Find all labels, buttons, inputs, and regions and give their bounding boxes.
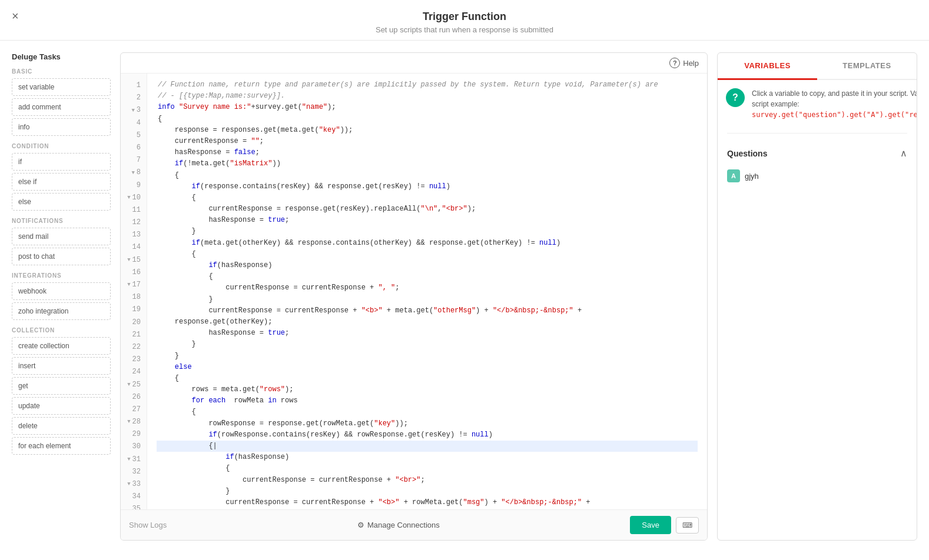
code-line-3: {: [157, 114, 698, 125]
code-line-23: }: [157, 351, 698, 362]
line-23: 23: [121, 354, 147, 366]
question-item[interactable]: A gjyh: [727, 166, 907, 186]
code-line-17: {: [157, 271, 698, 282]
code-line-26: rows = meta.get("rows");: [157, 384, 698, 395]
line-33: ▼33: [121, 478, 147, 491]
task-update[interactable]: update: [12, 397, 111, 415]
editor-topbar: ? Help: [121, 53, 707, 74]
code-line-31: {|: [157, 441, 698, 452]
line-34: 34: [121, 491, 147, 503]
task-info[interactable]: info: [12, 118, 111, 136]
code-line-7: if(!meta.get("isMatrix")): [157, 158, 698, 169]
questions-section: Questions ∧ A gjyh: [718, 138, 917, 195]
line-17: ▼17: [121, 279, 147, 291]
line-25: ▼25: [121, 379, 147, 391]
line-4: 4: [121, 117, 147, 129]
code-line-5: currentResponse = "";: [157, 136, 698, 147]
code-line-21: hasResponse = true;: [157, 328, 698, 339]
code-line-25: {: [157, 373, 698, 384]
line-35: 35: [121, 503, 147, 509]
task-else-if[interactable]: else if: [12, 173, 111, 191]
line-26: 26: [121, 391, 147, 404]
line-1: 1: [121, 79, 147, 92]
line-20: 20: [121, 316, 147, 329]
manage-connections-button[interactable]: ⚙ Manage Connections: [357, 521, 440, 529]
code-line-1b: // - [{type:Map,name:survey}].: [157, 91, 698, 102]
code-line-11: currentResponse = response.get(resKey).r…: [157, 204, 698, 215]
footer-right: Save ⌨: [630, 516, 699, 534]
section-collection-label: COLLECTION: [12, 327, 111, 334]
line-14: 14: [121, 241, 147, 254]
question-badge: A: [727, 169, 740, 182]
task-create-collection[interactable]: create collection: [12, 337, 111, 355]
code-line-27: for each rowMeta in rows: [157, 395, 698, 406]
code-line-24: else: [157, 362, 698, 373]
line-28: ▼28: [121, 416, 147, 428]
help-label: Help: [683, 59, 699, 68]
code-line-13: }: [157, 226, 698, 237]
question-name: gjyh: [745, 172, 759, 181]
task-if[interactable]: if: [12, 153, 111, 171]
line-2: 2: [121, 92, 147, 104]
code-line-19: }: [157, 294, 698, 305]
page-subtitle: Set up scripts that run when a response …: [0, 25, 929, 34]
code-line-22: }: [157, 339, 698, 350]
line-9: 9: [121, 179, 147, 192]
section-divider: [727, 133, 907, 134]
keyboard-button[interactable]: ⌨: [676, 517, 699, 534]
settings-icon: ⚙: [357, 521, 364, 529]
code-line-9: if(response.contains(resKey) && response…: [157, 181, 698, 192]
task-else[interactable]: else: [12, 193, 111, 211]
collapse-button[interactable]: ∧: [900, 148, 907, 159]
task-post-to-chat[interactable]: post to chat: [12, 248, 111, 265]
code-line-33: {: [157, 463, 698, 474]
save-button[interactable]: Save: [630, 516, 671, 534]
task-set-variable[interactable]: set variable: [12, 78, 111, 96]
panel-tabs: VARIABLES TEMPLATES: [718, 53, 917, 80]
line-16: 16: [121, 266, 147, 279]
code-line-20b: response.get(otherKey);: [157, 316, 698, 328]
line-29: 29: [121, 428, 147, 441]
task-send-mail[interactable]: send mail: [12, 228, 111, 245]
editor-area: ? Help 1 2 ▼3 4 5 6 7 ▼8 9 ▼10 11 12: [120, 52, 708, 541]
task-webhook[interactable]: webhook: [12, 282, 111, 300]
line-3: ▼3: [121, 104, 147, 116]
code-line-35: }: [157, 486, 698, 497]
line-10: ▼10: [121, 192, 147, 204]
section-condition-label: CONDITION: [12, 143, 111, 149]
task-for-each-element[interactable]: for each element: [12, 437, 111, 455]
code-line-6: hasResponse = false;: [157, 147, 698, 158]
task-insert[interactable]: insert: [12, 357, 111, 375]
code-line-15: {: [157, 249, 698, 260]
task-get[interactable]: get: [12, 377, 111, 395]
code-line-29: rowResponse = response.get(rowMeta.get("…: [157, 418, 698, 429]
code-line-30: if(rowResponse.contains(resKey) && rowRe…: [157, 429, 698, 441]
main-content: Deluge Tasks BASIC set variable add comm…: [0, 41, 929, 552]
show-logs-button[interactable]: Show Logs: [129, 521, 167, 529]
code-line-32: if(hasResponse): [157, 452, 698, 463]
code-content[interactable]: // Function name, return type and parame…: [147, 74, 707, 509]
section-notifications-label: NOTIFICATIONS: [12, 218, 111, 224]
line-13: 13: [121, 229, 147, 241]
sidebar: Deluge Tasks BASIC set variable add comm…: [12, 52, 111, 541]
task-add-comment[interactable]: add comment: [12, 98, 111, 116]
task-delete[interactable]: delete: [12, 417, 111, 435]
tab-variables[interactable]: VARIABLES: [718, 53, 817, 80]
tab-templates[interactable]: TEMPLATES: [817, 53, 917, 79]
code-line-2: info "Survey name is:"+survey.get("name"…: [157, 102, 698, 113]
close-button[interactable]: ×: [12, 9, 19, 23]
task-zoho-integration[interactable]: zoho integration: [12, 302, 111, 320]
line-numbers: 1 2 ▼3 4 5 6 7 ▼8 9 ▼10 11 12 13 14 ▼15 …: [121, 74, 147, 509]
code-editor[interactable]: 1 2 ▼3 4 5 6 7 ▼8 9 ▼10 11 12 13 14 ▼15 …: [121, 74, 707, 509]
line-12: 12: [121, 216, 147, 229]
code-line-18: currentResponse = currentResponse + ", "…: [157, 282, 698, 294]
line-19: 19: [121, 304, 147, 316]
help-icon: ?: [669, 58, 680, 68]
modal-header: × Trigger Function Set up scripts that r…: [0, 0, 929, 41]
hint-box: ? Click a variable to copy, and paste it…: [718, 80, 917, 128]
line-22: 22: [121, 341, 147, 354]
modal-overlay: × Trigger Function Set up scripts that r…: [0, 0, 929, 560]
line-31: ▼31: [121, 454, 147, 466]
code-line-16: if(hasResponse): [157, 260, 698, 271]
help-button[interactable]: ? Help: [669, 58, 699, 68]
